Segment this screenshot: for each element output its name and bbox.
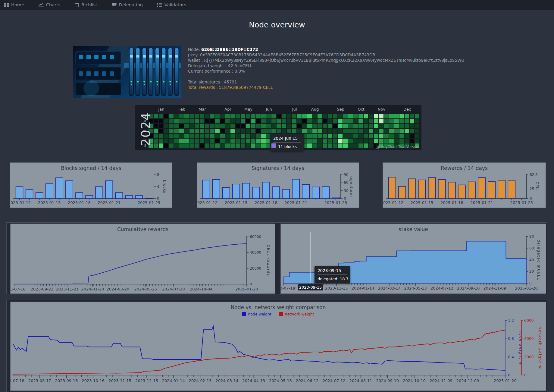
svg-text:Dec: Dec [403, 107, 411, 111]
svg-text:2025-01-20: 2025-01-20 [494, 378, 517, 383]
svg-text:Jan: Jan [158, 107, 164, 111]
rewards-chart-title: Rewards / 14 days [383, 165, 546, 171]
svg-text:2023-10-16: 2023-10-16 [82, 378, 105, 383]
svg-text:Jun: Jun [265, 107, 272, 111]
svg-text:Sep: Sep [337, 107, 344, 111]
svg-text:2025-01-15: 2025-01-15 [225, 200, 248, 205]
svg-text:25: 25 [530, 187, 534, 191]
svg-text:Apr: Apr [224, 107, 231, 111]
watermark-text: AnyChart Trial Version [505, 385, 543, 390]
home-grid-icon [4, 3, 9, 7]
svg-text:2025-01-18: 2025-01-18 [440, 200, 463, 205]
nav-item-charts[interactable]: Charts [39, 2, 60, 7]
svg-text:Feb: Feb [178, 107, 185, 111]
svg-text:2025-01-12: 2025-01-12 [197, 200, 218, 205]
svg-text:0.8: 0.8 [508, 336, 514, 341]
svg-text:2023-12-15: 2023-12-15 [135, 378, 158, 383]
calendar-heatmap[interactable]: 2024 JanFebMarAprMayJunJulAugSepOctNovDe… [135, 105, 421, 150]
stake-tooltip: 2023-09-15 delegated: 18.7 [315, 266, 350, 284]
svg-text:2024-12-09: 2024-12-09 [456, 378, 479, 383]
node-info-block: Node: 626B::DBB6::19DF::C372 pkey: 0x33F… [188, 47, 459, 90]
svg-text:0: 0 [157, 196, 159, 201]
total-signatures: Total signatures : 45791 [188, 79, 459, 85]
svg-text:2023-11-15: 2023-11-15 [108, 378, 131, 383]
nav-validators-label: Validators [164, 2, 186, 7]
svg-text:2024-07-30: 2024-07-30 [162, 287, 185, 291]
svg-text:2024-02-13: 2024-02-13 [189, 378, 212, 383]
svg-text:2023-08-17: 2023-08-17 [28, 378, 51, 383]
nav-item-delegating[interactable]: Delegating [112, 2, 143, 7]
svg-text:2025-01-15: 2025-01-15 [38, 200, 61, 205]
svg-text:0: 0 [524, 373, 527, 377]
node-weight-swatch [242, 312, 246, 316]
svg-text:80: 80 [529, 234, 534, 239]
svg-text:40000: 40000 [250, 250, 261, 255]
svg-text:0: 0 [344, 196, 346, 201]
anychart-logo-icon [376, 145, 380, 149]
stake-tooltip-date: 2023-09-15 [315, 266, 350, 274]
svg-text:2025-01-15: 2025-01-15 [411, 200, 433, 205]
middle-charts-container: Cumulative rewards 0200004000060000CELL … [6, 222, 547, 294]
richlist-icon [75, 3, 79, 7]
svg-text:2024-01-14: 2024-01-14 [352, 286, 374, 290]
svg-text:2024-10-04: 2024-10-04 [190, 287, 213, 291]
svg-text:0: 0 [530, 196, 532, 201]
anychart-logo-icon [230, 289, 233, 292]
svg-text:2024-05-13: 2024-05-13 [269, 378, 292, 383]
svg-text:30: 30 [344, 189, 348, 193]
nav-item-validators[interactable]: Validators [157, 2, 186, 7]
svg-text:6000: 6000 [524, 318, 534, 323]
blocks-signed-chart: Blocks signed / 14 days 048blocks2025-01… [10, 162, 172, 208]
cumulative-rewards-chart: Cumulative rewards 0200004000060000CELL … [10, 224, 275, 294]
svg-text:2023-11-21: 2023-11-21 [56, 287, 79, 291]
calendar-selected-day[interactable] [271, 143, 276, 148]
cumulative-line-chart[interactable]: 0200004000060000CELL rewards2023-07-1820… [11, 224, 275, 293]
legend-network-weight[interactable]: network weight [279, 312, 314, 316]
svg-text:2024-01-14: 2024-01-14 [162, 378, 185, 383]
watermark-text: AnyChart Trial Version [234, 288, 273, 293]
stake-value-chart: stake value 020406080delegated mCELL2023… [280, 224, 546, 294]
svg-text:2024-06-12: 2024-06-12 [296, 378, 319, 383]
svg-text:2024-03-20: 2024-03-20 [107, 287, 130, 291]
charts-icon [39, 3, 44, 7]
svg-text:2023-09-22: 2023-09-22 [31, 287, 54, 291]
nav-item-richlist[interactable]: Richlist [75, 2, 97, 7]
anychart-logo-icon [500, 289, 504, 292]
stake-chart-title: stake value [281, 226, 546, 232]
svg-text:Jul: Jul [292, 107, 297, 111]
svg-text:2025-01-12: 2025-01-12 [383, 200, 403, 205]
anychart-watermark: AnyChart Trial Version [230, 288, 273, 293]
page-title: Node overview [0, 20, 554, 29]
svg-text:2025-01-12: 2025-01-12 [10, 200, 31, 205]
svg-text:0.4: 0.4 [508, 355, 514, 359]
svg-text:2023-11-15: 2023-11-15 [325, 286, 348, 290]
watermark-text: AnyChart Trial Version [505, 288, 543, 293]
server-photo [73, 46, 181, 98]
nav-item-home[interactable]: Home [4, 2, 24, 7]
rewards-chart: Rewards / 14 days 02562.5CELL2025-01-122… [383, 162, 546, 208]
svg-text:2024-09-10: 2024-09-10 [376, 378, 399, 383]
svg-text:2024-10-10: 2024-10-10 [403, 378, 426, 383]
anychart-logo-icon [500, 203, 504, 206]
svg-text:4000: 4000 [524, 336, 534, 341]
svg-text:2024-01-20: 2024-01-20 [81, 287, 104, 291]
tooltip-separator [273, 142, 301, 143]
svg-text:2024-11-09: 2024-11-09 [430, 378, 452, 383]
svg-text:delegated mCELL: delegated mCELL [537, 240, 541, 280]
svg-text:Nov: Nov [378, 107, 386, 111]
comparison-container: Node vs. network weight comparison node … [6, 300, 547, 392]
server-photo-graphic [73, 46, 181, 98]
svg-text:Oct: Oct [358, 107, 364, 111]
calendar-year: 2024 [139, 112, 153, 146]
svg-text:0: 0 [250, 282, 252, 286]
anychart-watermark: AnyChart Trial Version [313, 202, 356, 207]
svg-text:2024-05-13: 2024-05-13 [404, 286, 427, 290]
svg-text:60: 60 [529, 246, 534, 250]
legend-node-weight[interactable]: node weight [242, 312, 271, 316]
svg-text:2025-01-21: 2025-01-21 [470, 200, 493, 205]
svg-text:20000: 20000 [250, 266, 261, 271]
node-performance: Current performance : 0.0% [188, 68, 459, 74]
svg-text:2023-07-18: 2023-07-18 [11, 378, 24, 383]
svg-text:2025-01-21: 2025-01-21 [284, 200, 307, 205]
anychart-watermark: AnyChart Trial Version [500, 202, 543, 207]
